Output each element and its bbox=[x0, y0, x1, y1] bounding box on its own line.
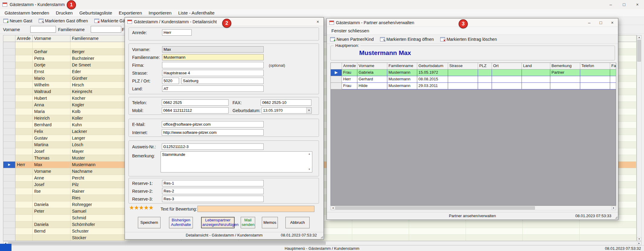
abbruch-button[interactable]: Abbruch bbox=[285, 217, 310, 228]
vertical-scrollbar[interactable]: ▲ ▼ bbox=[637, 35, 642, 241]
scrollbar-thumb[interactable] bbox=[637, 40, 641, 62]
column-header[interactable] bbox=[331, 63, 342, 69]
partner-menubar: Fenster schliessen bbox=[327, 27, 618, 35]
scroll-right-icon[interactable]: ► bbox=[637, 241, 641, 245]
horizontal-scrollbar[interactable]: ◄ ► bbox=[3, 241, 642, 245]
scroll-right-icon[interactable]: ► bbox=[612, 206, 616, 210]
table-row[interactable]: HerrGerhardMustermann08.08.2015 bbox=[331, 76, 616, 83]
menu-item[interactable]: Geburtstagsliste bbox=[76, 9, 115, 16]
column-header[interactable]: Fax bbox=[610, 63, 616, 69]
resize-grip-icon[interactable]: ◢ bbox=[320, 235, 323, 239]
column-header[interactable]: Vorname bbox=[33, 35, 70, 42]
column-header[interactable]: Anrede bbox=[15, 35, 33, 42]
table-cell: Kogler bbox=[70, 102, 125, 108]
toolbar-button-label: Markierten Eintrag löschen bbox=[447, 37, 497, 42]
column-header[interactable]: Ort bbox=[492, 63, 522, 69]
menu-item[interactable]: Importieren bbox=[145, 9, 175, 16]
scroll-left-icon[interactable]: ◄ bbox=[331, 206, 335, 210]
table-cell: Frau bbox=[342, 83, 357, 89]
chevron-down-icon[interactable]: ▼ bbox=[306, 108, 311, 113]
menu-item[interactable]: Drucken bbox=[53, 9, 76, 16]
column-header[interactable]: Anrede bbox=[342, 63, 357, 69]
strasse-input[interactable] bbox=[162, 70, 264, 76]
column-header[interactable]: Bemerkung bbox=[550, 63, 580, 69]
plz-input[interactable] bbox=[162, 78, 179, 84]
telefon-input[interactable] bbox=[162, 99, 229, 106]
menu-item[interactable]: Fenster schliessen bbox=[328, 27, 372, 34]
ausweis-input[interactable] bbox=[162, 143, 264, 150]
column-header[interactable]: Familienname bbox=[70, 35, 125, 42]
memos-button[interactable]: Memos bbox=[262, 217, 278, 228]
toolbar-button[interactable]: Neuen Partner/Kind bbox=[329, 36, 377, 43]
table-cell: Mayer bbox=[70, 148, 125, 155]
filter-familienname-input[interactable] bbox=[91, 26, 121, 33]
lebenspartner-button[interactable]: Lebenspartner anzeigen/hinzufügen bbox=[201, 217, 235, 228]
minimize-button[interactable]: – bbox=[584, 18, 595, 27]
main-titlebar[interactable]: Gästestamm - Kundenstamm 1 – □ × bbox=[0, 0, 644, 9]
horizontal-scrollbar[interactable]: ◄ ► bbox=[330, 206, 616, 210]
mobil-input[interactable] bbox=[162, 107, 229, 114]
column-header[interactable]: Geburtsdatum bbox=[417, 63, 448, 69]
firma-input[interactable] bbox=[162, 62, 264, 68]
star-icon[interactable]: ★ bbox=[129, 204, 134, 211]
mail-senden-button[interactable]: Mail senden bbox=[241, 217, 255, 228]
star-icon[interactable]: ★ bbox=[144, 204, 148, 211]
toolbar-button[interactable]: Markierten Eintrag löschen bbox=[439, 36, 500, 43]
taskbar-start-button[interactable] bbox=[0, 244, 11, 251]
column-header[interactable]: Telefon bbox=[580, 63, 610, 69]
close-button[interactable]: × bbox=[607, 18, 618, 27]
column-header[interactable]: Vorname bbox=[357, 63, 387, 69]
scroll-up-icon[interactable]: ▲ bbox=[308, 153, 311, 155]
reserve3-input[interactable] bbox=[162, 196, 264, 202]
column-header[interactable]: Familienname bbox=[387, 63, 417, 69]
table-row[interactable]: ▶FrauGabrielaMustermann15.05.1972Partner bbox=[331, 69, 616, 76]
menu-item[interactable]: Exportieren bbox=[115, 9, 145, 16]
aufenthalte-button[interactable]: Bisherigen Aufenthalte bbox=[169, 217, 193, 228]
reserve2-input[interactable] bbox=[162, 188, 264, 194]
row-marker bbox=[3, 235, 15, 241]
partner-dialog-titlebar[interactable]: Gästestamm - Partner ansehen/verwalten –… bbox=[327, 18, 618, 27]
toolbar-button[interactable]: Markierten Gast öffnen bbox=[37, 18, 91, 24]
geburtsdatum-combobox[interactable]: 13.05.1970 ▼ bbox=[262, 107, 312, 114]
fax-input[interactable] bbox=[261, 99, 311, 106]
vorname-input[interactable] bbox=[162, 46, 264, 53]
table-cell bbox=[33, 235, 70, 241]
land-input[interactable] bbox=[162, 85, 264, 92]
column-header[interactable]: Strasse bbox=[448, 63, 478, 69]
scroll-up-icon[interactable]: ▲ bbox=[637, 35, 641, 39]
minimize-button[interactable]: – bbox=[604, 0, 617, 9]
table-row[interactable]: FrauHildeMustermann29.03.2011 bbox=[331, 83, 616, 89]
internet-input[interactable] bbox=[162, 129, 264, 136]
email-input[interactable] bbox=[162, 121, 264, 127]
column-header[interactable] bbox=[3, 35, 15, 42]
rating-input[interactable] bbox=[197, 206, 314, 212]
table-cell bbox=[33, 195, 70, 201]
maximize-button[interactable]: □ bbox=[617, 0, 631, 9]
scroll-down-icon[interactable]: ▼ bbox=[308, 168, 311, 171]
table-cell bbox=[15, 221, 33, 228]
bemerkung-textarea[interactable]: Stammkunde bbox=[161, 151, 312, 172]
star-icon[interactable]: ★ bbox=[134, 204, 139, 211]
toolbar-button[interactable]: Markierten Eintrag öffnen bbox=[379, 36, 437, 43]
toolbar-button[interactable]: Neuen Gast bbox=[2, 18, 35, 24]
ort-input[interactable] bbox=[181, 78, 264, 84]
star-icon[interactable]: ★ bbox=[148, 204, 153, 211]
table-cell: Daniela bbox=[33, 221, 70, 228]
scroll-down-icon[interactable]: ▼ bbox=[637, 237, 641, 241]
column-header[interactable]: PLZ bbox=[478, 63, 492, 69]
scrollbar-thumb[interactable] bbox=[335, 206, 535, 210]
column-header[interactable]: Land bbox=[522, 63, 550, 69]
close-button[interactable]: × bbox=[312, 18, 324, 26]
scrollbar-thumb[interactable] bbox=[8, 242, 326, 245]
menu-item[interactable]: Liste - Aufenthalte bbox=[175, 9, 218, 16]
speichern-button[interactable]: Speichern bbox=[138, 217, 161, 228]
reserve1-input[interactable] bbox=[162, 180, 264, 186]
star-icon[interactable]: ★ bbox=[139, 204, 144, 211]
menu-item[interactable]: Gästestamm beenden bbox=[1, 9, 53, 16]
familienname-input[interactable] bbox=[162, 54, 264, 60]
filter-vorname-input[interactable] bbox=[30, 26, 56, 33]
close-button[interactable]: × bbox=[631, 0, 644, 9]
maximize-button[interactable]: □ bbox=[595, 18, 607, 27]
resize-grip-icon[interactable]: ◢ bbox=[615, 215, 617, 219]
anrede-input[interactable] bbox=[162, 29, 192, 36]
